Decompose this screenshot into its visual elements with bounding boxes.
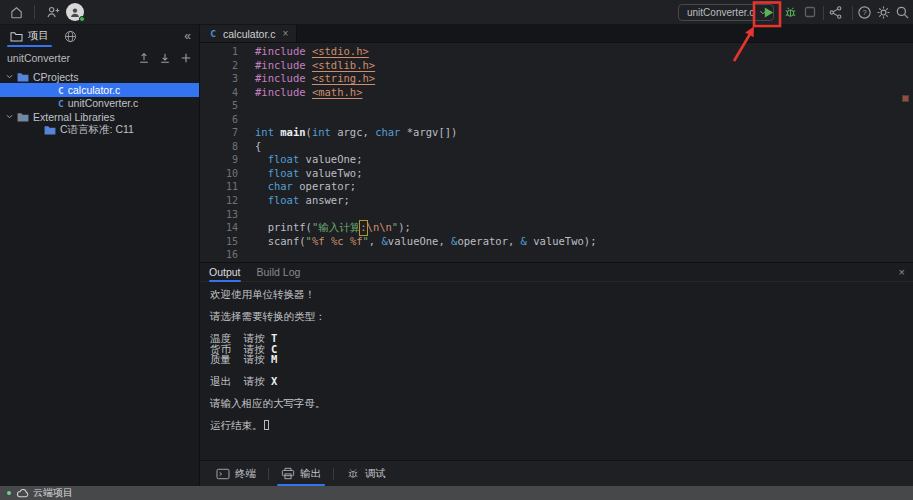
run-button[interactable] [757, 1, 779, 23]
chevron-down-icon[interactable] [6, 74, 13, 79]
code-line-11: 11 char operator; [200, 180, 913, 194]
code-line-10: 10 float valueTwo; [200, 167, 913, 181]
code-token: float [268, 194, 300, 208]
line-number: 13 [200, 208, 238, 222]
folder-icon [44, 125, 56, 135]
line-number: 3 [200, 72, 238, 86]
tree-item-label: calculator.c [68, 84, 121, 96]
code-token: ); [398, 221, 411, 235]
add-icon[interactable] [180, 52, 192, 64]
line-number: 8 [200, 140, 238, 154]
tree-item-cprojects[interactable]: CProjects [0, 70, 199, 83]
globe-icon[interactable] [64, 30, 77, 43]
status-dot [7, 491, 11, 495]
code-token: valueTwo); [527, 235, 597, 249]
line-number: 5 [200, 99, 238, 113]
code-editor[interactable]: 1#include <stdio.h>2#include <stdlib.h>3… [200, 43, 913, 262]
code-line-14: 14 printf("输入计算:\n\n"); [200, 221, 913, 235]
code-token: #include [255, 86, 306, 100]
console-line: 请输入相应的大写字母。 [210, 398, 913, 409]
tool-window-终端[interactable]: 终端 [204, 461, 268, 486]
header-bar: unitConverter.c ? [0, 0, 913, 25]
code-token: #include [255, 59, 306, 73]
code-token: operator; [293, 180, 356, 194]
share-icon[interactable] [824, 1, 846, 23]
chevron-down-icon[interactable] [6, 114, 13, 119]
add-user-icon[interactable] [42, 1, 64, 23]
code-token: %c [331, 235, 344, 249]
line-number: 4 [200, 86, 238, 100]
project-name: unitConverter [7, 52, 70, 64]
code-token: answer; [299, 194, 350, 208]
output-panel: OutputBuild Log× 欢迎使用单位转换器！ 请选择需要转换的类型： … [200, 262, 913, 460]
console-cursor [264, 420, 269, 430]
code-token: valueTwo; [299, 167, 362, 181]
tree-item-c语言标准-c11[interactable]: C语言标准: C11 [0, 124, 199, 137]
library-folder-icon [17, 112, 29, 122]
tree-item-calculator.c[interactable]: Ccalculator.c [0, 83, 199, 96]
output-tab-output[interactable]: Output [209, 263, 241, 282]
console-line: 欢迎使用单位转换器！ [210, 289, 913, 300]
code-token: <string.h> [312, 72, 375, 86]
code-token: *argv[]) [400, 126, 457, 140]
status-bar: 云端项目 [0, 486, 913, 500]
code-token: #include [255, 72, 306, 86]
cloud-project-widget[interactable]: 云端项目 [16, 486, 73, 500]
code-token: <stdlib.h> [312, 59, 375, 73]
code-line-16: 16 [200, 248, 913, 262]
code-token: <stdio.h> [312, 45, 369, 59]
code-token: argc, [331, 126, 375, 140]
c-file-icon: C [58, 85, 64, 96]
search-icon[interactable] [891, 1, 913, 23]
code-line-2: 2#include <stdlib.h> [200, 59, 913, 73]
tree-item-external-libraries[interactable]: External Libraries [0, 110, 199, 123]
download-icon[interactable] [159, 52, 171, 64]
code-line-4: 4#include <math.h> [200, 86, 913, 100]
console-line: 请选择需要转换的类型： [210, 311, 913, 322]
user-avatar[interactable] [66, 3, 84, 21]
tree-item-label: CProjects [33, 71, 79, 83]
line-number: 12 [200, 194, 238, 208]
console-line [210, 409, 913, 420]
run-config-label: unitConverter.c [687, 7, 754, 18]
code-token [255, 180, 268, 194]
code-line-6: 6 [200, 113, 913, 127]
close-icon[interactable]: × [283, 28, 289, 39]
debug-button[interactable] [779, 1, 801, 23]
line-number: 6 [200, 113, 238, 127]
line-number: 2 [200, 59, 238, 73]
line-number: 16 [200, 248, 238, 262]
home-icon[interactable] [5, 1, 27, 23]
tab-project[interactable]: 项目 [7, 25, 52, 47]
code-token: float [268, 167, 300, 181]
code-line-5: 5 [200, 99, 913, 113]
line-number: 1 [200, 45, 238, 59]
tree-item-label: External Libraries [33, 111, 115, 123]
output-tab-build-log[interactable]: Build Log [257, 263, 301, 282]
tool-window-输出[interactable]: 输出 [269, 461, 333, 486]
line-number: 11 [200, 180, 238, 194]
project-sidebar: 项目 « unitConverter [0, 25, 200, 486]
upload-icon[interactable] [138, 52, 150, 64]
c-file-icon: C [58, 97, 64, 109]
code-token: int [312, 126, 331, 140]
tree-item-unitconverter.c[interactable]: CunitConverter.c [0, 97, 199, 110]
stop-button[interactable] [799, 1, 821, 23]
console-line: 运行结束。 [210, 420, 913, 431]
close-icon[interactable]: × [899, 266, 905, 278]
tree-item-label: unitConverter.c [68, 97, 139, 109]
tool-window-调试[interactable]: 调试 [334, 461, 398, 486]
printer-icon [281, 467, 295, 480]
code-token: , [369, 235, 382, 249]
cloud-icon [16, 488, 29, 498]
tool-window-label: 输出 [300, 467, 321, 481]
collapse-sidebar-icon[interactable]: « [184, 30, 191, 42]
code-token: scanf( [255, 235, 306, 249]
code-line-1: 1#include <stdio.h> [200, 45, 913, 59]
tab-calculator-c[interactable]: C calculator.c × [200, 25, 297, 42]
terminal-icon [216, 468, 230, 480]
tree-item-label: C语言标准: C11 [60, 123, 134, 137]
c-file-icon: C [58, 84, 64, 96]
error-stripe-mark[interactable] [902, 95, 909, 102]
code-token: printf( [255, 221, 312, 235]
